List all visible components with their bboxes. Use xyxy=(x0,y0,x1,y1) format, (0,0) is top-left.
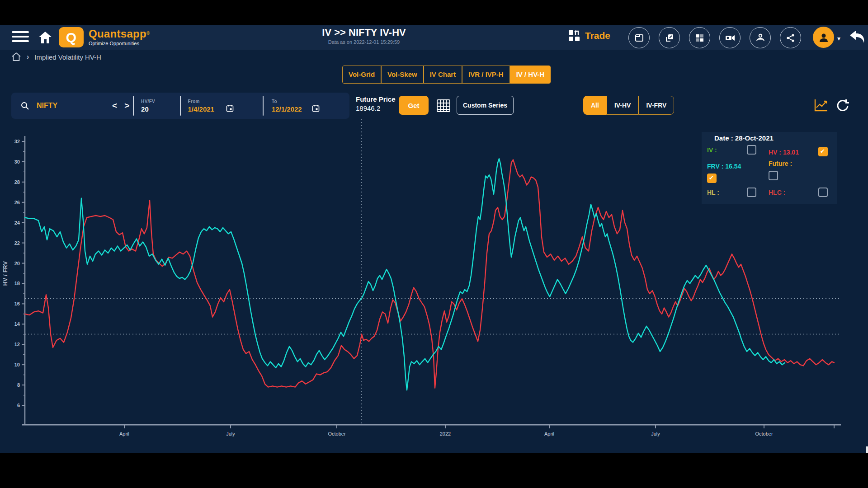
share-icon[interactable] xyxy=(780,27,801,48)
y-tick-label: 22 xyxy=(14,240,20,246)
breadcrumb-home-icon[interactable] xyxy=(11,52,21,62)
symbol-value: NIFTY xyxy=(37,102,108,110)
back-arrow-icon[interactable] xyxy=(848,28,866,47)
hvfv-label: HV/FV xyxy=(141,99,180,104)
avatar[interactable] xyxy=(813,27,834,48)
x-tick-label: April xyxy=(119,431,129,436)
to-label: To xyxy=(272,99,349,104)
from-date-value: 1/4/2021 xyxy=(188,105,214,113)
quantsapp-logo[interactable]: Q xyxy=(59,27,84,47)
legend-future-label: Future : xyxy=(769,160,792,167)
page-title: IV >> NIFTY IV-HV xyxy=(251,27,477,38)
frv-checkbox[interactable] xyxy=(707,174,717,183)
app-window: 32302826242220181614121086AprilJulyOctob… xyxy=(0,25,868,453)
scrollbar-fragment xyxy=(866,446,868,453)
breadcrumb: › Implied Volatility HV-H xyxy=(11,52,101,62)
trade-button[interactable]: Trade xyxy=(568,29,610,42)
resize-window-icon[interactable] xyxy=(659,27,680,48)
hamburger-menu-icon[interactable] xyxy=(12,31,29,43)
trade-grid-icon xyxy=(568,29,580,42)
tab-ivr-ivp-h[interactable]: IVR / IVP-H xyxy=(462,66,510,84)
toggle-iv-hv[interactable]: IV-HV xyxy=(607,96,639,115)
legend-frv-label: FRV : 16.54 xyxy=(707,163,741,170)
prev-symbol-icon[interactable]: < xyxy=(108,101,121,111)
y-tick-label: 28 xyxy=(14,179,20,185)
iv-checkbox[interactable] xyxy=(747,145,756,155)
y-tick-label: 6 xyxy=(17,403,20,408)
chart-line-icon[interactable] xyxy=(814,99,828,114)
x-tick-label: October xyxy=(328,431,345,436)
refresh-icon[interactable] xyxy=(835,99,850,115)
legend-hv-label: HV : 13.01 xyxy=(769,149,799,156)
x-tick-label: July xyxy=(651,431,660,436)
brand-reg: ® xyxy=(146,31,150,36)
table-view-icon[interactable] xyxy=(437,99,450,114)
y-tick-label: 18 xyxy=(14,281,20,286)
y-tick-label: 12 xyxy=(14,342,20,347)
iv-hv-chart[interactable]: 32302826242220181614121086AprilJulyOctob… xyxy=(0,25,868,453)
window-icon[interactable] xyxy=(628,27,650,48)
x-tick-label: October xyxy=(755,431,773,436)
custom-series-button[interactable]: Custom Series xyxy=(457,96,514,115)
home-icon[interactable] xyxy=(38,30,52,45)
next-symbol-icon[interactable]: > xyxy=(121,101,133,111)
y-tick-label: 14 xyxy=(14,321,20,327)
to-date-field[interactable]: To 12/1/2022 xyxy=(264,93,349,119)
tab-vol-skew[interactable]: Vol-Skew xyxy=(381,66,424,84)
y-tick-label: 26 xyxy=(14,200,20,205)
y-tick-label: 30 xyxy=(14,159,20,164)
data-timestamp: Data as on 2022-12-01 15:29:59 xyxy=(251,39,477,45)
to-date-value: 12/1/2022 xyxy=(272,105,302,113)
y-tick-label: 24 xyxy=(14,220,20,225)
training-icon[interactable] xyxy=(750,27,771,48)
legend-iv-label: IV : xyxy=(707,146,717,154)
symbol-search[interactable]: NIFTY < > xyxy=(11,101,133,111)
chevron-down-icon[interactable]: ▾ xyxy=(837,35,840,42)
tab-vol-grid[interactable]: Vol-Grid xyxy=(342,66,381,84)
brand-name: Quantsapp xyxy=(89,28,146,40)
video-camera-icon[interactable] xyxy=(719,27,741,48)
legend-hl-label: HL : xyxy=(707,189,719,196)
dashboard-grid-icon[interactable] xyxy=(689,27,710,48)
from-label: From xyxy=(188,99,263,104)
future-price-value: 18946.2 xyxy=(356,104,396,112)
series-FRV xyxy=(25,159,785,390)
calendar-icon[interactable] xyxy=(312,104,320,112)
hvfv-value: 20 xyxy=(141,105,180,113)
trade-label: Trade xyxy=(585,30,610,41)
brand-block: Quantsapp® Optimize Opportunities xyxy=(89,28,150,46)
chart-toolbar: NIFTY < > HV/FV 20 From 1/4/2021 To xyxy=(0,92,868,121)
y-axis-title: HV / FRV xyxy=(2,261,9,286)
y-tick-label: 16 xyxy=(14,301,20,306)
breadcrumb-label: Implied Volatility HV-H xyxy=(34,53,101,61)
controls-box: NIFTY < > HV/FV 20 From 1/4/2021 To xyxy=(11,93,349,119)
y-tick-label: 8 xyxy=(17,382,20,388)
x-tick-label: April xyxy=(544,431,554,436)
x-tick-label: July xyxy=(226,431,235,436)
search-icon xyxy=(20,101,29,110)
legend-hlc-label: HLC : xyxy=(769,189,785,196)
series-filter-toggle: All IV-HV IV-FRV xyxy=(583,96,674,115)
chart-legend: Date : 28-Oct-2021 IV : HV : 13.01 FRV :… xyxy=(702,132,837,204)
calendar-icon[interactable] xyxy=(226,104,234,112)
future-price-label: Future Price xyxy=(356,95,396,103)
legend-date: Date : 28-Oct-2021 xyxy=(714,134,774,142)
y-tick-label: 10 xyxy=(14,362,20,367)
tab-iv-chart[interactable]: IV Chart xyxy=(424,66,462,84)
toggle-iv-frv[interactable]: IV-FRV xyxy=(638,96,674,115)
from-date-field[interactable]: From 1/4/2021 xyxy=(181,93,263,119)
future-price-block: Future Price 18946.2 xyxy=(356,95,396,112)
hl-checkbox[interactable] xyxy=(747,188,756,197)
tab-iv-hv-h[interactable]: IV / HV-H xyxy=(510,66,551,84)
get-button[interactable]: Get xyxy=(399,96,429,115)
hv-checkbox[interactable] xyxy=(818,147,828,156)
brand-tagline: Optimize Opportunities xyxy=(89,41,150,46)
hvfv-field[interactable]: HV/FV 20 xyxy=(134,93,180,119)
page-title-block: IV >> NIFTY IV-HV Data as on 2022-12-01 … xyxy=(251,27,477,45)
hlc-checkbox[interactable] xyxy=(818,188,828,197)
x-tick-label: 2022 xyxy=(440,431,451,436)
toggle-all[interactable]: All xyxy=(583,96,607,115)
breadcrumb-separator: › xyxy=(27,53,29,61)
future-checkbox[interactable] xyxy=(769,171,778,180)
y-tick-label: 20 xyxy=(14,261,20,266)
